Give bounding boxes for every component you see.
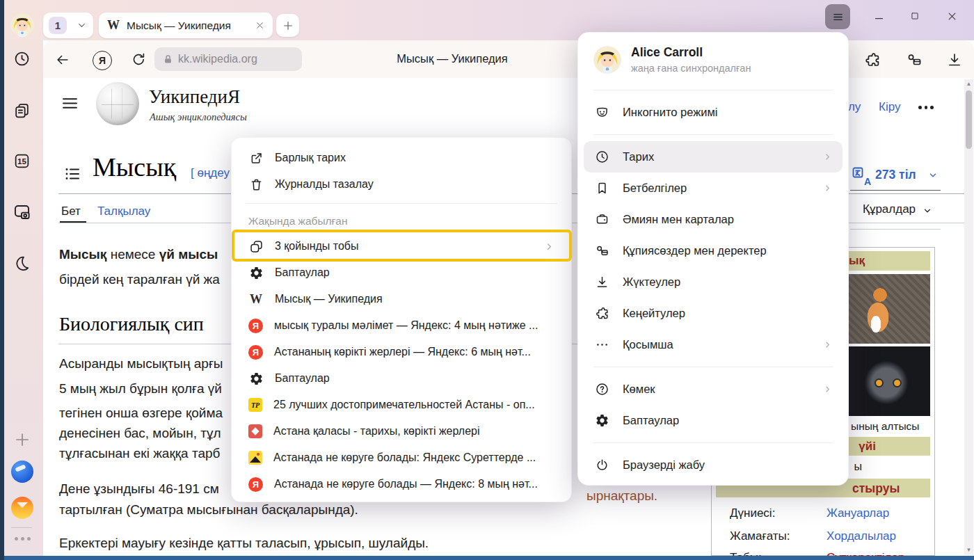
wiki-wordmark[interactable]: УикипедиЯ	[149, 86, 240, 108]
page-scrollbar[interactable]: ▲ ▼	[964, 79, 973, 555]
address-page-title: Мысық — Уикипедия	[348, 52, 557, 65]
menu-item-passwords[interactable]: Құпиясөздер мен деректер	[578, 235, 848, 266]
language-count-button[interactable]: 273 тіл	[875, 168, 916, 182]
wikipedia-globe-logo[interactable]	[96, 82, 139, 125]
menu-item-closed-page[interactable]: Астанада не көруге болады: Яндекс Суретт…	[232, 445, 571, 471]
scrollbar-thumb[interactable]	[966, 90, 972, 149]
red-link-fragment[interactable]: ырнақтары.	[586, 488, 657, 504]
history-submenu: Барлық тарих Журналды тазалау Жақында жа…	[231, 137, 572, 502]
paragraph-line: бірдей кең таралған үй жа	[59, 272, 220, 287]
sidebar-calendar-button[interactable]: 15	[13, 152, 31, 170]
tab-talk[interactable]: Талқылау	[97, 205, 150, 218]
language-icon: A	[852, 166, 868, 183]
browser-window: 1 W Мысық — Уикипедия 15	[0, 0, 974, 560]
paragraph-line: денесінен бас, мойын, тұл	[59, 426, 221, 441]
menu-item-more[interactable]: Қосымша	[578, 329, 848, 360]
menu-item-settings[interactable]: Баптаулар	[578, 405, 848, 436]
taxo-row-value[interactable]: Жануарлар	[827, 506, 889, 520]
chevron-right-icon	[822, 152, 833, 162]
window-edge	[0, 556, 974, 560]
documents-icon	[13, 102, 31, 119]
menu-item-closed-page[interactable]: Астана қаласы - тарихы, көрікті жерлері	[232, 418, 571, 445]
minimize-button[interactable]	[868, 6, 889, 26]
yandex-search-button[interactable]: Я	[93, 51, 112, 70]
gear-icon	[248, 371, 264, 386]
tools-rule	[850, 229, 941, 230]
puzzle-icon	[593, 305, 610, 322]
yandex-favicon: Я	[248, 319, 263, 333]
maximize-button[interactable]	[904, 6, 925, 26]
profile-avatar	[593, 46, 621, 74]
menu-item-all-history[interactable]: Барлық тарих	[232, 145, 571, 171]
menu-item-closed-page[interactable]: ТР 25 лучших достопримечательностей Аста…	[232, 392, 571, 418]
section-heading: Биологиялық сип	[59, 313, 204, 335]
taxobox-caption-fragment: ының алтысы	[851, 420, 920, 433]
active-tab[interactable]: W Мысық — Уикипедия	[99, 13, 273, 38]
text: немесе	[106, 247, 159, 262]
paragraph-line: Асыранды мысықтың арғы	[59, 356, 223, 371]
chevron-right-icon	[822, 339, 833, 350]
menu-item-settings[interactable]: Баптаулар	[232, 365, 571, 392]
chevron-right-icon	[822, 183, 833, 193]
sidebar-notes-button[interactable]	[13, 102, 31, 119]
sidebar-dark-mode-button[interactable]	[13, 255, 31, 272]
close-window-button[interactable]	[941, 6, 962, 26]
menu-item-closed-page[interactable]: W Мысық — Уикипедия	[232, 286, 571, 312]
menu-item-closed-page[interactable]: Я Астанада не көруге болады — Яндекс: 8 …	[232, 471, 571, 497]
tab-group-pill[interactable]: 1	[43, 13, 93, 38]
new-tab-button[interactable]	[276, 14, 299, 37]
plus-icon	[14, 431, 31, 448]
language-icon-letter: A	[863, 176, 871, 187]
profile-avatar[interactable]	[10, 13, 34, 37]
edit-link[interactable]: [ өңдеу	[191, 166, 230, 180]
menu-item-settings[interactable]: Баптаулар	[232, 259, 571, 286]
menu-divider	[246, 203, 557, 204]
gear-icon	[593, 413, 610, 429]
scroll-up-arrow[interactable]: ▲	[964, 79, 973, 89]
wiki-more-menu[interactable]	[918, 106, 934, 109]
contents-list-icon[interactable]	[64, 166, 81, 182]
refresh-button[interactable]	[131, 51, 147, 67]
menu-item-help[interactable]: Көмек	[578, 374, 848, 405]
menu-item-closed-page[interactable]: Я мысық туралы мәлімет — Яндекс: 4 мың н…	[232, 312, 571, 339]
extensions-button[interactable]	[864, 51, 881, 68]
yandex-mail-icon[interactable]	[11, 497, 33, 519]
wiki-login-link[interactable]: Кіру	[879, 100, 900, 114]
yandex-disk-icon[interactable]	[11, 461, 33, 483]
sidebar-history-button[interactable]	[13, 50, 31, 67]
wiki-menu-button[interactable]	[61, 95, 79, 112]
profile-block[interactable]: Alice Carroll жаңа ғана синхрондалған	[578, 38, 848, 83]
menu-item-quit[interactable]: Браузерді жабу	[578, 449, 848, 481]
yandex-favicon: Я	[248, 477, 263, 492]
address-bar[interactable]: kk.wikipedia.org	[154, 47, 302, 71]
menu-item-clear-history[interactable]: Журналды тазалау	[232, 171, 571, 198]
lock-icon	[163, 54, 173, 65]
sidebar-screenshot-button[interactable]	[13, 202, 31, 221]
browser-menu-button[interactable]	[825, 4, 850, 29]
menu-item-closed-page[interactable]: Я Астананың көрікті жерлері — Яндекс: 6 …	[232, 339, 571, 365]
menu-item-wallet[interactable]: Әмиян мен карталар	[578, 204, 848, 235]
tools-button[interactable]: Құралдар	[863, 202, 916, 216]
menu-item-history[interactable]: Тарих	[584, 141, 843, 173]
menu-item-downloads[interactable]: Жүктеулер	[578, 266, 848, 298]
tab-close-icon[interactable]	[255, 21, 264, 30]
menu-item-bookmarks[interactable]: Бетбелгілер	[578, 173, 848, 204]
menu-item-incognito[interactable]: Инкогнито режимі	[578, 97, 848, 128]
password-manager-button[interactable]	[906, 51, 923, 68]
page-title: Мысық	[93, 152, 176, 182]
help-icon	[593, 381, 610, 398]
sidebar-more-button[interactable]	[15, 537, 31, 541]
bold-term: Мысық	[59, 247, 106, 262]
sidebar-add-button[interactable]	[14, 431, 31, 448]
annotation-highlight-box	[232, 230, 572, 262]
downloads-button[interactable]	[946, 51, 963, 68]
back-button[interactable]	[55, 52, 70, 67]
menu-item-extensions[interactable]: Кеңейтулер	[578, 298, 848, 329]
paragraph-line: тегінен онша өзгере қойма	[59, 406, 223, 421]
taxo-row-value[interactable]: Хордалылар	[827, 529, 896, 543]
screenshot-camera-icon	[13, 202, 31, 221]
taxobox-classification-fragment: стыруы	[852, 481, 900, 496]
tab-article[interactable]: Бет	[61, 205, 81, 218]
cat-eye	[876, 380, 882, 386]
scroll-down-arrow[interactable]: ▼	[964, 545, 973, 555]
